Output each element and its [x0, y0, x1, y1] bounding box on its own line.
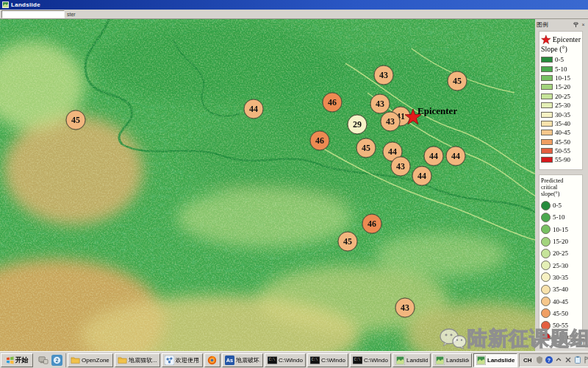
slope-marker[interactable]: 45 — [448, 71, 467, 91]
language-indicator[interactable]: CH — [522, 356, 534, 364]
flag-icon[interactable] — [584, 356, 588, 364]
taskbar-button-[interactable]: 欢迎使用... — [162, 353, 203, 367]
legend-swatch — [541, 285, 551, 294]
close-small-icon[interactable] — [564, 356, 573, 364]
legend-label: 10-15 — [553, 226, 568, 233]
cmd-icon: C:\ — [268, 355, 277, 365]
legend-swatch — [541, 249, 551, 258]
legend-panel-header: 图例 × — [535, 19, 588, 29]
legend-label: 10-15 — [555, 74, 570, 82]
slope-marker[interactable]: 29 — [348, 115, 368, 135]
taskbar-button-[interactable]: 地震猫软... — [115, 353, 160, 367]
slope-marker[interactable]: 45 — [356, 138, 376, 158]
epicenter-legend-star-icon — [541, 35, 551, 45]
molecule-icon — [165, 355, 174, 365]
taskbar-button-label: C:\Windo... — [321, 357, 345, 364]
legend-swatch — [541, 272, 551, 282]
legend-swatch — [541, 84, 553, 90]
firefox-icon — [207, 355, 217, 365]
slope-marker[interactable]: 43 — [395, 298, 415, 318]
clipboard-icon[interactable] — [574, 356, 582, 364]
slope-marker[interactable]: 44 — [244, 99, 264, 119]
taskbar-button-cwindo[interactable]: C:\C:\Windo... — [265, 353, 306, 367]
slope-marker[interactable]: 46 — [310, 131, 330, 151]
system-tray: CH ? 1:50 2021/9/16 — [519, 353, 588, 367]
taskbar-button-cwindo[interactable]: C:\C:\Windo... — [350, 353, 391, 367]
start-label: 开始 — [15, 355, 29, 365]
app-icon — [395, 355, 405, 365]
slope-marker[interactable]: 44 — [424, 146, 444, 166]
legend-label: 50-55 — [555, 147, 570, 155]
legend-item: 0-5 — [541, 55, 581, 64]
legend-swatch — [541, 157, 553, 163]
slope-marker[interactable]: 46 — [362, 214, 382, 234]
taskbar: 开始 2 OpenZone地震猫软...欢迎使用...As地震破坏...C:\C… — [0, 351, 588, 368]
slope-marker[interactable]: 43 — [370, 94, 390, 114]
legend-label: 25-30 — [553, 262, 568, 269]
chevron-down-icon[interactable]: ▼ — [577, 339, 584, 347]
start-button[interactable]: 开始 — [1, 353, 33, 367]
taskbar-button-label: 地震破坏... — [236, 356, 260, 364]
legend-swatch — [541, 201, 551, 210]
map-scale-value: 426 — [542, 341, 577, 346]
shield-icon[interactable] — [536, 356, 544, 364]
legend-item: 0-5 — [541, 199, 581, 211]
legend-item: 50-55 — [541, 146, 581, 155]
quick-launch: 2 — [35, 353, 66, 367]
taskbar-button-landslide[interactable]: Landslide — [473, 353, 517, 367]
legend-item: 15-20 — [541, 236, 581, 247]
predicted-slope-legend: Predicted critical slope(°) 0-55-1010-15… — [539, 174, 583, 336]
taskbar-button-label: C:\Windo... — [364, 357, 388, 364]
taskbar-button-label: Landslide — [446, 357, 469, 364]
legend-item: 25-30 — [541, 259, 581, 271]
slope-marker[interactable]: 45 — [66, 110, 86, 130]
player-icon[interactable]: 2 — [51, 354, 63, 367]
taskbar-button-landslide[interactable]: Landslide — [432, 353, 472, 367]
slope-marker[interactable]: 43 — [374, 66, 394, 85]
slope-marker[interactable]: 44 — [412, 166, 432, 186]
taskbar-button-[interactable]: As地震破坏... — [222, 353, 263, 367]
legend-label: 30-35 — [555, 111, 570, 118]
svg-text:?: ? — [548, 358, 551, 363]
taskbar-button-landslide[interactable]: Landslide — [392, 353, 431, 367]
legend-item: 15-20 — [541, 82, 581, 91]
legend-label: 15-20 — [555, 83, 570, 91]
slope-marker[interactable]: 44 — [446, 146, 466, 166]
svg-text:C:\: C:\ — [354, 358, 361, 361]
slope-marker[interactable]: 46 — [323, 93, 343, 113]
devices-icon[interactable] — [37, 354, 49, 367]
epicenter-label: Epicenter — [417, 105, 457, 117]
legend-item: 40-45 — [541, 295, 581, 307]
predicted-legend-title-1: Predicted critical — [541, 177, 581, 191]
legend-swatch — [541, 213, 551, 222]
legend-item: 10-15 — [541, 74, 581, 82]
close-icon[interactable]: × — [580, 21, 587, 28]
taskbar-button-cwindo[interactable]: C:\C:\Windo... — [307, 353, 348, 367]
layer-combo[interactable] — [1, 10, 65, 18]
epicenter-legend-label: Epicenter — [553, 35, 581, 43]
help-icon[interactable]: ? — [545, 356, 553, 364]
legend-swatch — [541, 130, 553, 135]
legend-swatch — [541, 237, 551, 247]
legend-swatch — [541, 93, 553, 99]
taskbar-button-firefox[interactable] — [204, 353, 220, 367]
legend-label: 25-30 — [555, 102, 570, 109]
map-scale-combo[interactable]: 426 ▼ — [541, 339, 585, 348]
legend-swatch — [541, 261, 551, 270]
slope-marker[interactable]: 45 — [338, 232, 358, 252]
svg-text:As: As — [226, 357, 233, 364]
slope-legend: Epicenter Slope (°) 0-55-1010-1515-2020-… — [539, 31, 583, 170]
taskbar-button-label: Landslide — [406, 357, 428, 364]
slope-marker[interactable]: 43 — [381, 112, 401, 132]
taskbar-button-openzone[interactable]: OpenZone — [68, 353, 113, 367]
pin-icon[interactable] — [573, 21, 579, 28]
app-icon — [2, 1, 9, 8]
expand-icon[interactable] — [555, 356, 563, 364]
slope-marker[interactable]: 43 — [391, 157, 411, 177]
legend-label: 5-10 — [553, 213, 565, 221]
legend-swatch — [541, 121, 553, 127]
slope-map-canvas[interactable]: 45444345464341432946454444444344464543 E… — [0, 19, 535, 351]
window-titlebar[interactable]: Landslide — [0, 0, 588, 10]
legend-swatch — [541, 148, 553, 154]
legend-label: 30-35 — [553, 274, 568, 281]
